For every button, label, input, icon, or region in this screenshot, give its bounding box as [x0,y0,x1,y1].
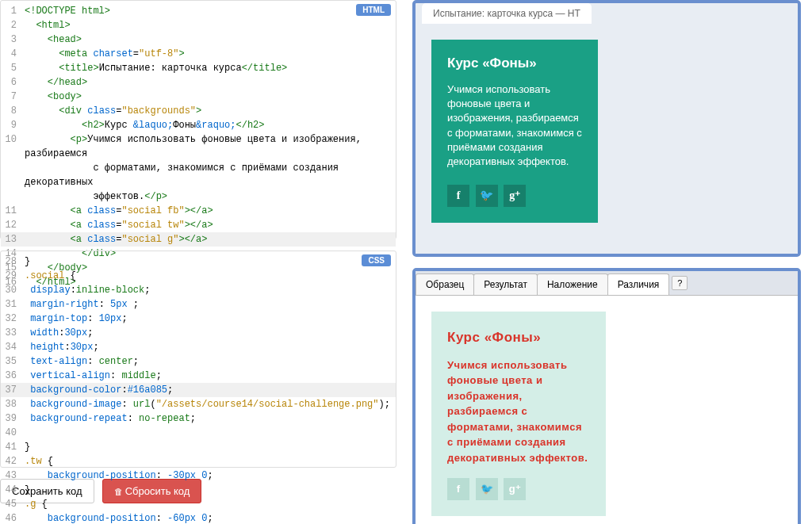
diff-tab-1[interactable]: Результат [473,273,538,295]
diff-text: Учимся использовать фоновые цвета и изоб… [447,358,590,466]
code-line[interactable]: 44} [1,483,396,497]
code-line[interactable]: 13 <a class="social g"></a> [1,232,396,247]
code-line[interactable]: 39 background-repeat: no-repeat; [1,411,396,426]
code-line[interactable]: 5 <title>Испытание: карточка курса</titl… [1,61,396,75]
diff-google-icon: g⁺ [504,478,526,500]
code-line[interactable]: 28} [1,254,396,269]
code-line[interactable]: 40 [1,426,396,440]
css-code-area[interactable]: 28}29.social {30 display:inline-block;31… [1,251,396,467]
google-icon[interactable]: g⁺ [504,185,526,207]
code-line[interactable]: 42.tw { [1,454,396,469]
diff-tab-3[interactable]: Различия [607,273,670,295]
code-line[interactable]: 29.social { [1,269,396,283]
code-line[interactable]: 10 <p>Учимся использовать фоновые цвета … [1,132,396,204]
code-line[interactable]: 9 <h2>Курс &laquo;Фоны&raquo;</h2> [1,118,396,132]
code-line[interactable]: 37 background-color:#16a085; [1,383,396,397]
diff-tab-0[interactable]: Образец [416,273,474,295]
css-badge: CSS [362,254,391,266]
help-button[interactable]: ? [672,276,688,290]
code-line[interactable]: 12 <a class="social tw"></a> [1,218,396,232]
code-line[interactable]: 11 <a class="social fb"></a> [1,204,396,218]
diff-twitter-icon: 🐦 [476,478,498,500]
course-card: Курс «Фоны» Учимся использовать фоновые … [431,40,598,223]
code-line[interactable]: 45.g { [1,497,396,511]
code-line[interactable]: 30 display:inline-block; [1,283,396,297]
code-line[interactable]: 33 width:30px; [1,326,396,340]
code-line[interactable]: 41} [1,440,396,454]
diff-tabs: ОбразецРезультатНаложениеРазличия? [416,271,798,296]
twitter-icon[interactable]: 🐦 [476,185,498,207]
html-badge: HTML [356,4,391,16]
preview-panel: Испытание: карточка курса — HT Курс «Фон… [412,0,801,257]
preview-tab: Испытание: карточка курса — HT [422,3,592,24]
code-line[interactable]: 34 height:30px; [1,340,396,354]
course-title: Курс «Фоны» [447,55,582,71]
course-text: Учимся использовать фоновые цвета и изоб… [447,82,582,169]
css-editor[interactable]: CSS 28}29.social {30 display:inline-bloc… [0,251,396,468]
code-line[interactable]: 7 <body> [1,90,396,104]
code-line[interactable]: 43 background-position: -30px 0; [1,469,396,483]
code-line[interactable]: 38 background-image: url("/assets/course… [1,397,396,411]
facebook-icon[interactable]: f [447,185,469,207]
diff-title: Курс «Фоны» [447,327,590,348]
diff-card: Курс «Фоны» Учимся использовать фоновые … [431,312,606,516]
diff-facebook-icon: f [447,478,469,500]
code-line[interactable]: 46 background-position: -60px 0; [1,511,396,524]
code-line[interactable]: 31 margin-right: 5px ; [1,297,396,312]
code-line[interactable]: 1<!DOCTYPE html> [1,4,396,18]
code-line[interactable]: 36 vertical-align: middle; [1,369,396,383]
code-line[interactable]: 32 margin-top: 10px; [1,312,396,326]
html-editor[interactable]: HTML 1<!DOCTYPE html>2 <html>3 <head>4 <… [0,0,396,239]
code-line[interactable]: 3 <head> [1,33,396,47]
code-line[interactable]: 35 text-align: center; [1,354,396,369]
code-line[interactable]: 2 <html> [1,18,396,33]
code-line[interactable]: 8 <div class="backgrounds"> [1,104,396,118]
diff-tab-2[interactable]: Наложение [537,273,608,295]
html-code-area[interactable]: 1<!DOCTYPE html>2 <html>3 <head>4 <meta … [1,1,396,239]
diff-panel: ОбразецРезультатНаложениеРазличия? Курс … [412,268,801,524]
code-line[interactable]: 6 </head> [1,75,396,90]
code-line[interactable]: 4 <meta charset="utf-8"> [1,47,396,61]
